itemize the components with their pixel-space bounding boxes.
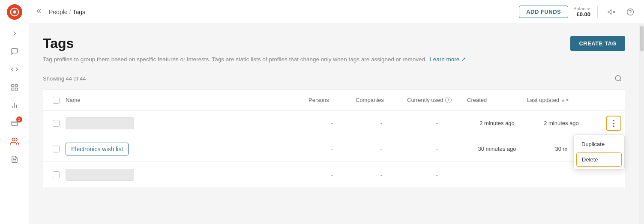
row3-currently-used: - [407, 172, 467, 178]
breadcrumb-separator: / [69, 9, 71, 15]
scrollbar[interactable] [639, 24, 644, 224]
row1-name-box[interactable] [66, 117, 134, 129]
search-button[interactable] [611, 72, 625, 85]
col-persons: Persons [309, 97, 356, 103]
row1-currently-used: - [407, 120, 467, 126]
col-created: Created [467, 97, 527, 103]
svg-rect-9 [12, 121, 18, 126]
context-menu: Duplicate Delete [573, 134, 625, 170]
header-checkbox-cell [47, 97, 66, 104]
row1-checkbox[interactable] [53, 120, 60, 127]
delete-menu-item[interactable]: Delete [576, 152, 622, 167]
row2-currently-used: - [407, 146, 467, 152]
row1-last-updated: 2 minutes ago [527, 120, 596, 126]
balance-block: Balance €0.00 [573, 6, 590, 18]
collapse-sidebar-icon[interactable] [36, 7, 44, 16]
topbar-divider [597, 6, 598, 18]
sidebar-item-ticket[interactable]: 1 [5, 116, 24, 131]
page-body: Tags CREATE TAG Tag profiles to group th… [29, 24, 644, 224]
row1-created: 2 minutes ago [467, 120, 527, 126]
row2-checkbox-cell [47, 146, 66, 152]
sidebar-item-messages[interactable] [5, 44, 24, 59]
row2-checkbox[interactable] [53, 146, 60, 152]
row1-more-button[interactable]: ⋮ [606, 116, 621, 131]
svg-line-20 [620, 80, 621, 81]
breadcrumb-people[interactable]: People [49, 9, 68, 15]
row3-name-cell [66, 169, 309, 181]
row1-companies: - [356, 120, 407, 126]
scrollbar-thumb[interactable] [640, 26, 644, 51]
svg-rect-4 [12, 88, 14, 90]
showing-count: Showing 44 of 44 [43, 75, 86, 82]
sidebar-item-notes[interactable] [5, 152, 24, 167]
svg-point-19 [615, 76, 620, 81]
svg-rect-3 [15, 84, 17, 87]
select-all-checkbox[interactable] [53, 97, 60, 104]
row2-created: 30 minutes ago [467, 146, 527, 152]
sidebar-item-code[interactable] [5, 62, 24, 77]
create-tag-button[interactable]: CREATE TAG [570, 36, 625, 51]
svg-point-11 [12, 138, 15, 141]
sidebar-item-chevron[interactable] [5, 26, 24, 41]
sidebar-item-people[interactable] [5, 134, 24, 149]
row1-checkbox-cell [47, 120, 66, 127]
topbar: People / Tags ADD FUNDS Balance €0.00 [29, 0, 644, 24]
balance-label: Balance [573, 6, 590, 11]
notification-badge: 1 [16, 116, 22, 122]
table-row: - - - [43, 162, 625, 188]
sidebar-item-reports[interactable] [5, 98, 24, 113]
col-currently-used: Currently used i [407, 97, 467, 103]
mute-icon[interactable] [605, 5, 618, 19]
row2-name-cell: Electronics wish list [66, 143, 309, 155]
row1-name-cell [66, 117, 309, 129]
sidebar-item-grid[interactable] [5, 80, 24, 95]
app-logo[interactable] [7, 4, 22, 20]
page-title: Tags [43, 36, 74, 51]
learn-more-link[interactable]: Learn more ↗ [430, 56, 466, 63]
toolbar-row: Showing 44 of 44 [43, 72, 625, 85]
sort-icon: ▲▼ [561, 98, 569, 102]
row3-persons: - [309, 172, 356, 178]
page-header: Tags CREATE TAG [43, 36, 625, 51]
row2-persons: - [309, 146, 356, 152]
tags-table: Name Persons Companies Currently used i … [43, 90, 625, 188]
table-row: Electronics wish list - - - 30 minutes a… [43, 136, 625, 162]
add-funds-button[interactable]: ADD FUNDS [519, 6, 568, 18]
col-companies: Companies [356, 97, 407, 103]
row3-companies: - [356, 172, 407, 178]
col-name: Name [66, 97, 309, 103]
breadcrumb-tags: Tags [72, 9, 85, 15]
content-area: Tags CREATE TAG Tag profiles to group th… [29, 24, 639, 224]
sidebar: 1 [0, 0, 29, 224]
duplicate-menu-item[interactable]: Duplicate [576, 137, 622, 151]
table-row: - - - 2 minutes ago 2 minutes ago ⋮ Dupl… [43, 111, 625, 136]
balance-value: €0.00 [576, 11, 590, 18]
svg-point-1 [13, 10, 16, 13]
page-description: Tag profiles to group them based on spec… [43, 55, 625, 64]
row1-actions-cell: ⋮ Duplicate Delete [596, 116, 621, 131]
row3-checkbox-cell [47, 171, 66, 178]
svg-rect-2 [12, 84, 14, 87]
currently-used-info-icon[interactable]: i [445, 97, 452, 103]
breadcrumb: People / Tags [49, 9, 85, 15]
svg-marker-14 [608, 9, 611, 14]
row3-checkbox[interactable] [53, 171, 60, 178]
row1-persons: - [309, 120, 356, 126]
svg-rect-5 [15, 88, 17, 90]
col-last-updated[interactable]: Last updated ▲▼ [527, 97, 596, 103]
row3-name-box[interactable] [66, 169, 134, 181]
main-content: People / Tags ADD FUNDS Balance €0.00 [29, 0, 644, 224]
help-icon[interactable] [623, 5, 637, 19]
row2-name-box[interactable]: Electronics wish list [66, 143, 129, 155]
table-header: Name Persons Companies Currently used i … [43, 90, 625, 111]
row2-companies: - [356, 146, 407, 152]
